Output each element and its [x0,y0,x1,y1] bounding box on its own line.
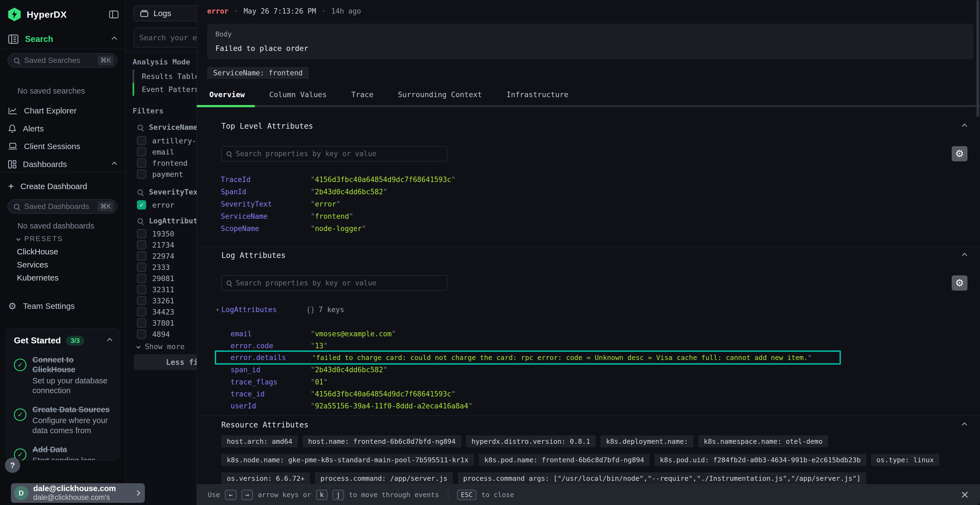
filter-group-logattributes[interactable]: LogAttributes [137,217,206,225]
filter-option[interactable]: 37801 [137,318,174,327]
filter-option[interactable]: email [137,147,174,156]
chevron-up-icon[interactable] [962,422,967,428]
attribute-value[interactable]: "2b43d0c4dd6bc582" [310,366,387,374]
attribute-tree-root[interactable]: ▾ LogAttributes {} 7 keys [216,303,969,316]
checkbox[interactable] [137,329,146,339]
saved-dashboards-input[interactable] [24,202,92,211]
resource-chip[interactable]: process.command args: ["/usr/local/bin/n… [458,472,866,484]
attribute-key[interactable]: email [221,330,310,338]
filter-option[interactable]: 32311 [137,285,174,294]
preset-clickhouse[interactable]: ClickHouse [17,247,58,256]
sidebar-item-alerts[interactable]: Alerts [0,121,126,137]
resource-chip[interactable]: k8s.pod.uid: f284fb2d-a0b3-4634-991b-e2c… [654,454,866,466]
checkbox[interactable] [137,170,146,179]
filter-option[interactable]: 19350 [137,229,174,238]
close-icon[interactable]: ✕ [960,490,969,500]
filter-option[interactable]: 21734 [137,240,174,249]
user-account-button[interactable]: D dale@clickhouse.com dale@clickhouse.co… [11,483,145,503]
attribute-key[interactable]: TraceId [221,176,310,184]
filter-option[interactable]: 34423 [137,307,174,316]
attribute-value[interactable]: "4156d3fbc40a64854d9dc7f68641593c" [310,390,455,398]
attribute-key[interactable]: trace_id [221,390,310,398]
resource-chip[interactable]: k8s.deployment.name: [601,435,694,447]
chevron-up-icon[interactable] [962,253,967,258]
tab-surrounding-context[interactable]: Surrounding Context [398,91,482,99]
checkbox[interactable] [137,240,146,249]
attribute-key[interactable]: SpanId [221,188,310,196]
checkbox[interactable] [137,251,146,260]
log-attributes-search-box[interactable] [221,275,447,291]
attribute-key[interactable]: error.details [221,353,312,362]
preset-kubernetes[interactable]: Kubernetes [17,273,59,283]
attribute-key[interactable]: SeverityText [221,200,310,208]
filter-group-servicename[interactable]: ServiceName [137,123,197,132]
attribute-value[interactable]: "failed to charge card: could not charge… [312,354,812,362]
attribute-value[interactable]: "13" [310,342,328,350]
attribute-key[interactable]: ScopeName [221,224,310,233]
attribute-value[interactable]: "92a55156-39a4-11f0-8ddd-a2eca416a8a4" [310,402,473,410]
filter-option[interactable]: ✓error [137,200,174,210]
tab-trace[interactable]: Trace [351,91,373,99]
resource-chip[interactable]: os.version: 6.6.72+ [221,472,310,484]
filter-group-severitytext[interactable]: SeverityText [137,188,202,196]
resource-chip[interactable]: host.name: frontend-6b6c8d7bfd-ng894 [303,435,461,447]
top-level-search-input[interactable] [236,150,442,158]
checkbox[interactable] [137,307,146,316]
chevron-up-icon[interactable] [107,338,113,343]
filter-option[interactable]: 22974 [137,251,174,260]
filter-option[interactable]: frontend [137,158,188,168]
checkbox[interactable] [137,262,146,272]
top-level-search-box[interactable] [221,146,447,161]
attribute-key[interactable]: trace_flags [221,378,310,386]
checkbox[interactable] [137,136,146,145]
attribute-value[interactable]: "2b43d0c4dd6bc582" [310,188,387,196]
checkbox[interactable] [137,274,146,283]
filter-option[interactable]: 2333 [137,262,170,272]
saved-searches-search[interactable]: ⌘K [8,53,117,67]
resource-chip[interactable]: os.type: linux [871,454,939,466]
resource-chip[interactable]: host.arch: amd64 [221,435,298,447]
create-dashboard-button[interactable]: + Create Dashboard [0,178,126,194]
presets-toggle[interactable]: PRESETS [17,235,63,243]
attribute-value[interactable]: "error" [310,200,340,208]
filter-option[interactable]: 33261 [137,296,174,305]
attribute-key[interactable]: span_id [221,366,310,374]
log-attributes-search-input[interactable] [236,279,442,287]
attribute-value[interactable]: "vmoses@example.com" [310,330,396,338]
sidebar-item-chart-explorer[interactable]: Chart Explorer [0,103,126,119]
checkbox[interactable] [137,229,146,238]
log-attributes-settings-button[interactable]: ⚙ [952,275,967,291]
tab-overview[interactable]: Overview [209,91,245,99]
checkbox[interactable] [137,285,146,294]
attribute-key[interactable]: error.code [221,342,310,350]
sidebar-item-team-settings[interactable]: ⚙ Team Settings [0,298,126,314]
saved-dashboards-search[interactable]: ⌘K [8,199,117,214]
checkbox[interactable] [137,318,146,327]
attribute-value[interactable]: "node-logger" [310,224,366,233]
attribute-value[interactable]: "frontend" [310,212,353,221]
scrollbar[interactable] [977,0,979,117]
saved-searches-input[interactable] [24,56,92,65]
resource-chip[interactable]: hyperdx.distro.version: 0.8.1 [466,435,596,447]
attribute-key[interactable]: LogAttributes [221,306,306,314]
attribute-value[interactable]: "4156d3fbc40a64854d9dc7f68641593c" [310,176,455,184]
tab-infrastructure[interactable]: Infrastructure [507,91,569,99]
tab-column-values[interactable]: Column Values [269,91,327,99]
sidebar-item-client-sessions[interactable]: Client Sessions [0,138,126,154]
attribute-key[interactable]: userId [221,402,310,410]
chevron-up-icon[interactable] [962,124,967,129]
top-level-settings-button[interactable]: ⚙ [952,146,967,161]
resource-chip[interactable]: k8s.node.name: gke-pme-k8s-standard-main… [221,454,474,466]
resource-chip[interactable]: k8s.namespace.name: otel-demo [698,435,828,447]
help-button[interactable]: ? [5,458,20,473]
resource-chip[interactable]: process.command: /app/server.js [315,472,453,484]
preset-services[interactable]: Services [17,260,48,269]
checkbox[interactable] [137,147,146,156]
filter-option[interactable]: 4894 [137,329,170,339]
collapse-sidebar-icon[interactable] [109,10,118,19]
resource-chip[interactable]: k8s.pod.name: frontend-6b6c8d7bfd-ng894 [479,454,649,466]
show-more-button[interactable]: Show more [137,342,185,351]
service-chip[interactable]: ServiceName: frontend [207,67,309,79]
sidebar-item-dashboards[interactable]: Dashboards [0,156,126,173]
sidebar-item-search[interactable]: Search [0,29,126,49]
